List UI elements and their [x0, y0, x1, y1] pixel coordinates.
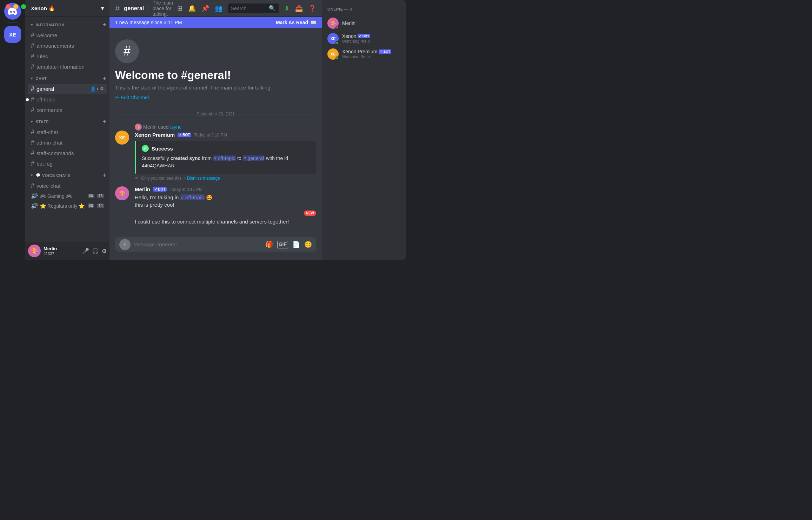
maximize-button[interactable]	[21, 4, 26, 9]
channel-name: 🎮 Gaming 🎮	[40, 193, 85, 199]
category-header-chat[interactable]: ▾ CHAT +	[25, 73, 109, 84]
member-avatar-xenon-premium: XE	[327, 48, 339, 60]
server-chevron: ▾	[101, 5, 104, 12]
hash-icon: #	[31, 106, 34, 114]
sync-id: 4464QAWHAR	[142, 163, 175, 168]
category-label: CHAT	[36, 76, 47, 81]
channel-item-announcements[interactable]: # announcements	[28, 41, 107, 51]
message-input[interactable]	[133, 239, 262, 250]
members-online-header: ONLINE — 3	[325, 6, 403, 13]
checkmark-icon: ✓	[154, 187, 157, 191]
message-input-box: + 🎁 GIF 📄 😊	[115, 237, 316, 252]
search-input[interactable]	[231, 6, 267, 11]
gift-icon[interactable]: 🎁	[265, 241, 273, 248]
channel-item-staff-chat[interactable]: # staff-chat	[28, 127, 107, 137]
channel-item-bot-log[interactable]: # bot-log	[28, 159, 107, 169]
user-panel: 🎨 Merlin #1337 🎤 🎧 ⚙	[25, 242, 109, 260]
category-information: ▾ INFORMATION + # welcome # announcement…	[25, 20, 109, 72]
message-avatar: 🎨	[115, 186, 129, 200]
settings-icon[interactable]: ⚙	[100, 86, 104, 92]
bot-badge-xenon-premium: ✓ BOT	[379, 49, 391, 54]
hash-icon: #	[31, 85, 34, 93]
search-bar[interactable]: 🔍	[228, 4, 279, 13]
mark-read-icon: 📖	[310, 20, 316, 25]
search-icon: 🔍	[269, 5, 276, 12]
channel-hash-icon: #	[115, 4, 120, 13]
channel-name: rules	[36, 53, 104, 59]
help-icon[interactable]: ❓	[308, 5, 316, 12]
download-icon[interactable]: ⬇	[284, 5, 289, 12]
sticker-icon[interactable]: 📄	[292, 241, 300, 248]
category-label: INFORMATION	[36, 23, 65, 27]
chevron-icon: ▾	[31, 173, 33, 177]
category-header-staff[interactable]: ▾ STAFF +	[25, 116, 109, 127]
channel-sidebar: Xenon 🔥 ▾ ▾ INFORMATION + # welcome	[25, 0, 109, 260]
message-text-line2: this is pretty cool	[135, 201, 316, 208]
xenon-server-icon[interactable]: XE	[4, 26, 21, 43]
channel-item-voice-chat[interactable]: # voice-chat	[28, 181, 107, 191]
member-item-merlin[interactable]: 🎨 Merlin	[325, 15, 403, 31]
channel-item-commands[interactable]: # commands	[28, 105, 107, 115]
server-header[interactable]: Xenon 🔥 ▾	[25, 0, 109, 17]
member-item-xenon-premium[interactable]: XE Xenon Premium ✓ BOT Watching /help	[325, 46, 403, 62]
dismiss-button[interactable]: Dismiss message	[187, 176, 220, 181]
user-avatar: 🎨	[28, 245, 41, 257]
limit-count: 15	[97, 194, 104, 198]
message-group: XE 🎨 Merlin used /sync Xenon Premium	[109, 119, 322, 182]
channel-mention[interactable]: # off-topic	[180, 194, 205, 200]
mute-icon[interactable]: 🎤	[82, 248, 89, 254]
bell-icon[interactable]: 🔔	[188, 5, 196, 12]
settings-icon[interactable]: ⚙	[102, 248, 107, 254]
success-icon: ✓	[142, 145, 149, 152]
mark-as-read-button[interactable]: Mark As Read 📖	[276, 20, 316, 25]
status-dot-online	[335, 56, 339, 60]
date-text: September 28, 2021	[197, 112, 235, 116]
bot-badge: ✓ BOT	[153, 187, 167, 192]
chat-header: # general The main place for talking. ⊞ …	[109, 0, 322, 17]
channel-mention-from[interactable]: # off-topic	[213, 155, 236, 161]
channel-item-template-information[interactable]: # template-information	[28, 62, 107, 72]
channel-item-off-topic[interactable]: # off-topic	[28, 94, 107, 105]
server-divider	[7, 22, 18, 23]
channel-item-rules[interactable]: # rules	[28, 51, 107, 61]
channel-item-staff-commands[interactable]: # staff-commands	[28, 148, 107, 158]
channel-item-gaming[interactable]: 🔊 🎮 Gaming 🎮 00 15	[28, 191, 107, 201]
members-icon[interactable]: 👥	[215, 5, 222, 12]
channel-item-regulars[interactable]: 🔊 ⭐ Regulars only ⭐ 00 10	[28, 201, 107, 211]
channel-item-general[interactable]: # general 👤+ ⚙	[28, 84, 107, 94]
channel-name: voice-chat	[36, 183, 104, 189]
server-name: Xenon 🔥	[31, 5, 55, 12]
hashtag-icon[interactable]: ⊞	[177, 5, 182, 12]
add-member-icon[interactable]: 👤+	[90, 86, 99, 92]
category-header-voice-chats[interactable]: ▾ 💬 VOICE CHATS +	[25, 170, 109, 180]
channel-name: admin-chat	[36, 140, 104, 146]
command-text: /sync	[170, 124, 181, 130]
new-messages-divider: NEW	[135, 211, 316, 216]
new-message-banner: 1 new message since 3:11 PM Mark As Read…	[109, 17, 322, 28]
category-header-information[interactable]: ▾ INFORMATION +	[25, 20, 109, 30]
member-item-xenon[interactable]: XE Xenon ✓ BOT Watching /help	[325, 31, 403, 46]
channel-mention-to[interactable]: # general	[243, 155, 265, 161]
member-activity-xenon: Watching /help	[342, 39, 400, 44]
add-channel-button[interactable]: +	[103, 118, 107, 125]
add-attachment-button[interactable]: +	[119, 239, 131, 250]
edit-channel-label: Edit Channel	[121, 95, 149, 100]
gif-icon[interactable]: GIF	[277, 241, 288, 248]
inbox-icon[interactable]: 📥	[295, 5, 303, 12]
sync-used-text: 🎨 Merlin used /sync	[135, 124, 316, 131]
hash-icon: #	[31, 53, 34, 60]
channel-name: general	[36, 86, 88, 92]
channel-item-admin-chat[interactable]: # admin-chat	[28, 138, 107, 148]
channel-item-welcome[interactable]: # welcome	[28, 30, 107, 40]
headset-icon[interactable]: 🎧	[92, 248, 99, 254]
pin-icon[interactable]: 📌	[201, 5, 209, 12]
add-channel-button[interactable]: +	[103, 21, 107, 28]
hash-icon: #	[31, 128, 34, 136]
add-channel-button[interactable]: +	[103, 75, 107, 82]
limit-count: 10	[97, 204, 104, 208]
add-channel-button[interactable]: +	[103, 172, 107, 179]
edit-channel-button[interactable]: ✏ Edit Channel	[115, 95, 316, 100]
minimize-button[interactable]	[13, 4, 18, 9]
close-button[interactable]	[6, 4, 11, 9]
emoji-icon[interactable]: 😊	[304, 241, 312, 248]
